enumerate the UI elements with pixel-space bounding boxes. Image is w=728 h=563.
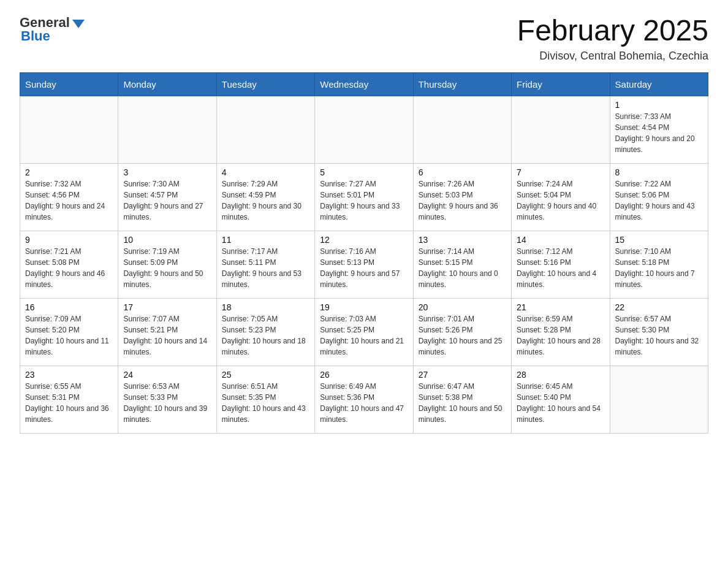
day-number-5: 5 (320, 167, 408, 177)
day-number-21: 21 (517, 302, 604, 312)
calendar-subtitle: Divisov, Central Bohemia, Czechia (517, 50, 708, 63)
day-info-27: Sunrise: 6:47 AM Sunset: 5:38 PM Dayligh… (419, 381, 506, 425)
calendar-cell-w3-d6: 14Sunrise: 7:12 AM Sunset: 5:16 PM Dayli… (512, 231, 610, 298)
day-info-9: Sunrise: 7:21 AM Sunset: 5:08 PM Dayligh… (25, 246, 113, 290)
day-info-19: Sunrise: 7:03 AM Sunset: 5:25 PM Dayligh… (320, 313, 408, 358)
calendar-cell-w4-d7: 22Sunrise: 6:57 AM Sunset: 5:30 PM Dayli… (610, 298, 708, 366)
day-number-9: 9 (25, 235, 113, 245)
day-info-26: Sunrise: 6:49 AM Sunset: 5:36 PM Dayligh… (320, 381, 408, 425)
page-header: General Blue February 2025 Divisov, Cent… (20, 15, 708, 63)
day-number-22: 22 (615, 302, 703, 312)
day-number-3: 3 (123, 167, 211, 177)
day-info-15: Sunrise: 7:10 AM Sunset: 5:18 PM Dayligh… (615, 246, 703, 290)
day-info-25: Sunrise: 6:51 AM Sunset: 5:35 PM Dayligh… (222, 381, 309, 425)
day-info-16: Sunrise: 7:09 AM Sunset: 5:20 PM Dayligh… (25, 313, 113, 358)
calendar-cell-w2-d7: 8Sunrise: 7:22 AM Sunset: 5:06 PM Daylig… (610, 163, 708, 231)
col-thursday: Thursday (413, 72, 511, 96)
day-info-24: Sunrise: 6:53 AM Sunset: 5:33 PM Dayligh… (123, 381, 211, 425)
day-info-28: Sunrise: 6:45 AM Sunset: 5:40 PM Dayligh… (517, 381, 604, 425)
calendar-cell-w2-d2: 3Sunrise: 7:30 AM Sunset: 4:57 PM Daylig… (118, 163, 216, 231)
day-number-14: 14 (517, 235, 604, 245)
calendar-cell-w4-d2: 17Sunrise: 7:07 AM Sunset: 5:21 PM Dayli… (118, 298, 216, 366)
calendar-cell-w5-d6: 28Sunrise: 6:45 AM Sunset: 5:40 PM Dayli… (512, 366, 610, 433)
day-info-17: Sunrise: 7:07 AM Sunset: 5:21 PM Dayligh… (123, 313, 211, 358)
col-friday: Friday (512, 72, 610, 96)
week-row-3: 9Sunrise: 7:21 AM Sunset: 5:08 PM Daylig… (20, 231, 708, 298)
col-sunday: Sunday (20, 72, 118, 96)
day-number-12: 12 (320, 235, 408, 245)
day-info-20: Sunrise: 7:01 AM Sunset: 5:26 PM Dayligh… (419, 313, 506, 358)
col-saturday: Saturday (610, 72, 708, 96)
logo-icon (71, 16, 86, 31)
calendar-cell-w2-d1: 2Sunrise: 7:32 AM Sunset: 4:56 PM Daylig… (20, 163, 118, 231)
day-number-17: 17 (123, 302, 211, 312)
week-row-5: 23Sunrise: 6:55 AM Sunset: 5:31 PM Dayli… (20, 366, 708, 433)
day-info-10: Sunrise: 7:19 AM Sunset: 5:09 PM Dayligh… (123, 246, 211, 290)
calendar-cell-w4-d4: 19Sunrise: 7:03 AM Sunset: 5:25 PM Dayli… (315, 298, 413, 366)
day-number-27: 27 (419, 370, 506, 380)
day-number-16: 16 (25, 302, 113, 312)
day-number-4: 4 (222, 167, 309, 177)
logo: General Blue (20, 15, 86, 44)
calendar-cell-w5-d2: 24Sunrise: 6:53 AM Sunset: 5:33 PM Dayli… (118, 366, 216, 433)
logo-blue-text: Blue (21, 28, 50, 44)
day-number-18: 18 (222, 302, 309, 312)
svg-marker-0 (72, 20, 85, 28)
day-info-1: Sunrise: 7:33 AM Sunset: 4:54 PM Dayligh… (615, 111, 703, 155)
day-number-2: 2 (25, 167, 113, 177)
day-info-7: Sunrise: 7:24 AM Sunset: 5:04 PM Dayligh… (517, 178, 604, 223)
day-info-21: Sunrise: 6:59 AM Sunset: 5:28 PM Dayligh… (517, 313, 604, 358)
calendar-cell-w1-d7: 1Sunrise: 7:33 AM Sunset: 4:54 PM Daylig… (610, 96, 708, 163)
calendar-cell-w3-d2: 10Sunrise: 7:19 AM Sunset: 5:09 PM Dayli… (118, 231, 216, 298)
calendar-cell-w5-d5: 27Sunrise: 6:47 AM Sunset: 5:38 PM Dayli… (413, 366, 511, 433)
day-number-8: 8 (615, 167, 703, 177)
calendar-cell-w2-d5: 6Sunrise: 7:26 AM Sunset: 5:03 PM Daylig… (413, 163, 511, 231)
calendar-table: Sunday Monday Tuesday Wednesday Thursday… (20, 72, 708, 434)
calendar-cell-w5-d1: 23Sunrise: 6:55 AM Sunset: 5:31 PM Dayli… (20, 366, 118, 433)
day-info-12: Sunrise: 7:16 AM Sunset: 5:13 PM Dayligh… (320, 246, 408, 290)
week-row-4: 16Sunrise: 7:09 AM Sunset: 5:20 PM Dayli… (20, 298, 708, 366)
day-info-4: Sunrise: 7:29 AM Sunset: 4:59 PM Dayligh… (222, 178, 309, 223)
day-number-1: 1 (615, 100, 703, 110)
day-number-25: 25 (222, 370, 309, 380)
day-info-14: Sunrise: 7:12 AM Sunset: 5:16 PM Dayligh… (517, 246, 604, 290)
day-info-3: Sunrise: 7:30 AM Sunset: 4:57 PM Dayligh… (123, 178, 211, 223)
day-number-7: 7 (517, 167, 604, 177)
calendar-cell-w5-d4: 26Sunrise: 6:49 AM Sunset: 5:36 PM Dayli… (315, 366, 413, 433)
calendar-cell-w2-d6: 7Sunrise: 7:24 AM Sunset: 5:04 PM Daylig… (512, 163, 610, 231)
title-block: February 2025 Divisov, Central Bohemia, … (517, 15, 708, 63)
day-number-11: 11 (222, 235, 309, 245)
day-number-24: 24 (123, 370, 211, 380)
calendar-cell-w1-d5 (413, 96, 511, 163)
day-info-8: Sunrise: 7:22 AM Sunset: 5:06 PM Dayligh… (615, 178, 703, 223)
day-info-18: Sunrise: 7:05 AM Sunset: 5:23 PM Dayligh… (222, 313, 309, 358)
day-number-6: 6 (419, 167, 506, 177)
day-number-13: 13 (419, 235, 506, 245)
day-info-22: Sunrise: 6:57 AM Sunset: 5:30 PM Dayligh… (615, 313, 703, 358)
calendar-cell-w3-d4: 12Sunrise: 7:16 AM Sunset: 5:13 PM Dayli… (315, 231, 413, 298)
day-info-13: Sunrise: 7:14 AM Sunset: 5:15 PM Dayligh… (419, 246, 506, 290)
calendar-cell-w4-d5: 20Sunrise: 7:01 AM Sunset: 5:26 PM Dayli… (413, 298, 511, 366)
calendar-cell-w3-d7: 15Sunrise: 7:10 AM Sunset: 5:18 PM Dayli… (610, 231, 708, 298)
day-number-28: 28 (517, 370, 604, 380)
calendar-cell-w1-d2 (118, 96, 216, 163)
day-number-19: 19 (320, 302, 408, 312)
calendar-cell-w1-d4 (315, 96, 413, 163)
day-number-20: 20 (419, 302, 506, 312)
calendar-cell-w3-d5: 13Sunrise: 7:14 AM Sunset: 5:15 PM Dayli… (413, 231, 511, 298)
day-number-15: 15 (615, 235, 703, 245)
calendar-cell-w4-d3: 18Sunrise: 7:05 AM Sunset: 5:23 PM Dayli… (216, 298, 314, 366)
day-info-6: Sunrise: 7:26 AM Sunset: 5:03 PM Dayligh… (419, 178, 506, 223)
day-info-23: Sunrise: 6:55 AM Sunset: 5:31 PM Dayligh… (25, 381, 113, 425)
day-number-10: 10 (123, 235, 211, 245)
calendar-cell-w2-d4: 5Sunrise: 7:27 AM Sunset: 5:01 PM Daylig… (315, 163, 413, 231)
col-monday: Monday (118, 72, 216, 96)
calendar-cell-w4-d6: 21Sunrise: 6:59 AM Sunset: 5:28 PM Dayli… (512, 298, 610, 366)
calendar-cell-w5-d7 (610, 366, 708, 433)
day-info-2: Sunrise: 7:32 AM Sunset: 4:56 PM Dayligh… (25, 178, 113, 223)
calendar-cell-w5-d3: 25Sunrise: 6:51 AM Sunset: 5:35 PM Dayli… (216, 366, 314, 433)
week-row-1: 1Sunrise: 7:33 AM Sunset: 4:54 PM Daylig… (20, 96, 708, 163)
calendar-cell-w1-d3 (216, 96, 314, 163)
week-row-2: 2Sunrise: 7:32 AM Sunset: 4:56 PM Daylig… (20, 163, 708, 231)
header-row: Sunday Monday Tuesday Wednesday Thursday… (20, 72, 708, 96)
